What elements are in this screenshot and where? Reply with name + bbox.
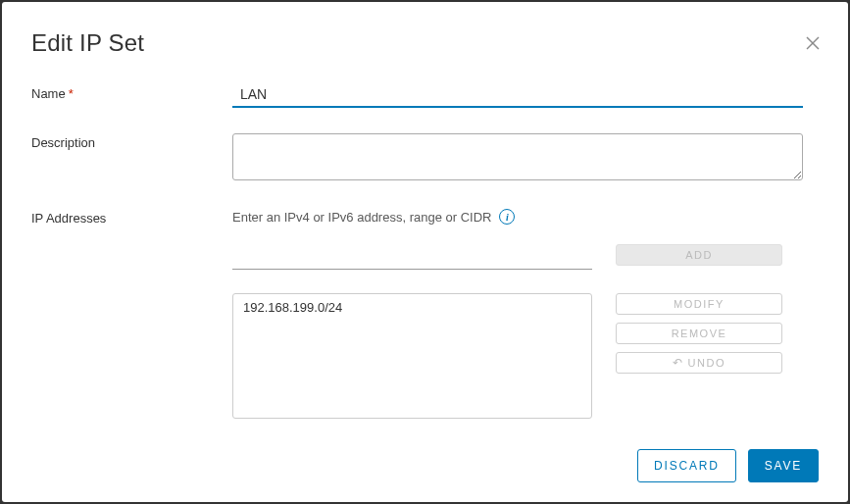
undo-button[interactable]: ↶ UNDO bbox=[616, 352, 782, 374]
ip-addresses-section: IP Addresses Enter an IPv4 or IPv6 addre… bbox=[31, 209, 819, 419]
undo-icon: ↶ bbox=[673, 357, 684, 369]
remove-button[interactable]: REMOVE bbox=[616, 323, 782, 344]
ip-list-item[interactable]: 192.168.199.0/24 bbox=[233, 294, 591, 321]
undo-button-label: UNDO bbox=[688, 357, 725, 369]
save-button[interactable]: SAVE bbox=[748, 449, 819, 482]
ip-address-listbox[interactable]: 192.168.199.0/24 bbox=[232, 293, 592, 419]
required-asterisk: * bbox=[69, 86, 74, 101]
edit-ip-set-dialog: Edit IP Set Name* Description IP Address… bbox=[2, 2, 848, 502]
dialog-footer: DISCARD SAVE bbox=[31, 439, 819, 482]
ip-hint-text: Enter an IPv4 or IPv6 address, range or … bbox=[232, 210, 491, 225]
ip-address-input[interactable] bbox=[232, 244, 592, 270]
name-label: Name* bbox=[31, 84, 232, 101]
ip-addresses-label: IP Addresses bbox=[31, 209, 106, 226]
name-input[interactable] bbox=[232, 84, 803, 108]
name-row: Name* bbox=[31, 84, 819, 108]
ip-input-row: ADD bbox=[232, 244, 819, 270]
ip-list-row: 192.168.199.0/24 MODIFY REMOVE ↶ UNDO bbox=[232, 293, 819, 419]
info-icon[interactable]: i bbox=[499, 209, 515, 225]
description-textarea[interactable] bbox=[232, 133, 803, 180]
description-row: Description bbox=[31, 133, 819, 183]
ip-hint-row: Enter an IPv4 or IPv6 address, range or … bbox=[232, 209, 819, 225]
modify-button[interactable]: MODIFY bbox=[616, 293, 782, 315]
close-icon[interactable] bbox=[805, 35, 821, 51]
form-body: Name* Description IP Addresses Enter an … bbox=[31, 84, 819, 439]
discard-button[interactable]: DISCARD bbox=[637, 449, 736, 482]
name-label-text: Name bbox=[31, 86, 66, 101]
add-button[interactable]: ADD bbox=[616, 244, 782, 266]
dialog-title: Edit IP Set bbox=[31, 29, 819, 57]
description-label: Description bbox=[31, 133, 232, 150]
